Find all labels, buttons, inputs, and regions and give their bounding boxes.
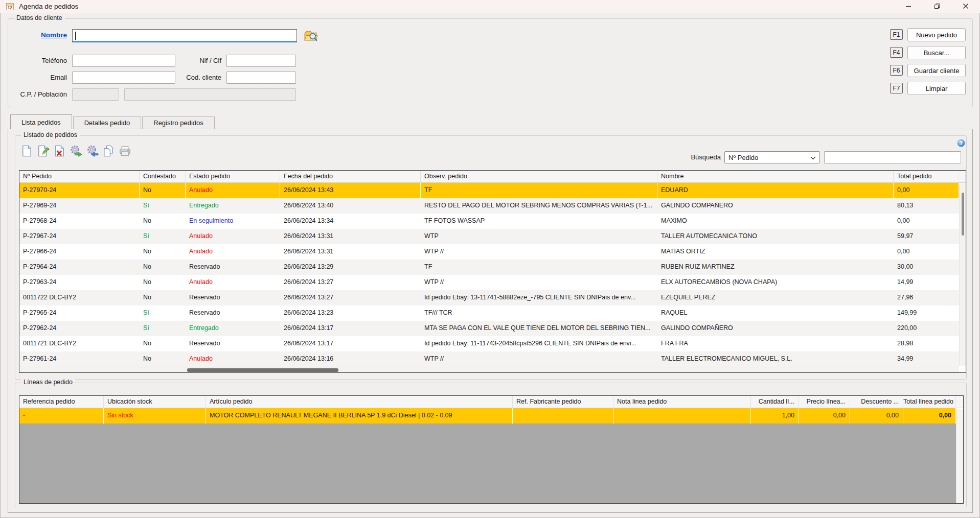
vertical-scroll-thumb[interactable] [962,193,964,236]
print-icon[interactable] [118,144,132,158]
lines-vertical-scrollbar[interactable] [956,409,963,503]
lines-column-total-línea-pedido[interactable]: Total línea pedido [903,396,956,408]
order-row[interactable]: 0011722 DLC-BY2NoReservado26/06/2024 13:… [19,290,959,305]
orders-column-nº-pedido[interactable]: Nº Pedido [19,171,140,182]
order-cell-estado: Anulado [186,351,280,367]
client-data-group: Datos de cliente Nombre Teléfono Nif / C… [8,18,973,107]
order-cell-pedido: P-27966-24 [19,244,140,260]
lines-column-ref-fabricante-pedido[interactable]: Ref. Fabricante pedido [513,396,613,408]
order-cell-estado: Reservado [186,336,280,351]
orders-group-title: Listado de pedidos [21,131,80,138]
window-title: Agenda de pedidos [19,3,78,10]
svg-text:12: 12 [8,5,13,10]
help-icon[interactable]: ? [957,139,965,147]
order-cell-nombre: TALLER ELECTROMECANICO MIGUEL, S.L. [657,351,894,367]
guardar-cliente-button[interactable]: Guardar cliente [907,64,966,77]
tab-detalles-pedido[interactable]: Detalles pedido [73,116,142,129]
orders-column-total-pedido[interactable]: Total pedido [894,171,959,182]
process-forward-icon[interactable] [69,144,83,158]
order-cell-contestado: No [140,351,186,367]
delete-document-icon[interactable] [52,144,66,158]
order-row[interactable]: P-27968-24NoEn seguimiento26/06/2024 13:… [19,214,959,229]
order-cell-total: 59,97 [894,229,959,244]
email-input[interactable] [72,72,175,84]
nuevo-pedido-button[interactable]: Nuevo pedido [907,28,966,41]
lines-column-ubicación-stock[interactable]: Ubicación stock [104,396,206,408]
line-cell-ubicacion: Sin stock [104,408,206,423]
line-cell-ref_fabricante [513,408,613,423]
order-cell-pedido: 0011722 DLC-BY2 [19,290,140,305]
lines-column-descuento[interactable]: Descuento ... [850,396,903,408]
search-field-select[interactable]: Nº Pedido [724,151,820,163]
folder-search-icon[interactable] [303,29,317,43]
buscar-button[interactable]: Buscar... [907,46,966,59]
order-row[interactable]: 0011721 DLC-BY2NoReservado26/06/2024 13:… [19,336,959,351]
lines-column-referencia-pedido[interactable]: Referencia pedido [19,396,104,408]
orders-group: Listado de pedidos ? Búsqueda Nº Pedido … [15,135,967,380]
limpiar-button[interactable]: Limpiar [907,82,966,95]
order-cell-pedido: P-27969-24 [19,198,140,214]
text-caret [75,32,76,40]
order-cell-nombre: TALLER AUTOMECANICA TONO [657,229,894,244]
order-cell-pedido: P-27964-24 [19,260,140,275]
order-cell-pedido: P-27967-24 [19,229,140,244]
line-cell-total: 0,00 [903,408,956,423]
order-cell-total: 28,98 [894,336,959,351]
order-cell-contestado: No [140,275,186,290]
orders-table: Nº PedidoContestadoEstado pedidoFecha de… [19,170,966,373]
orders-toolbar [19,144,132,158]
order-row[interactable]: P-27969-24SíEntregado26/06/2024 13:40RES… [19,198,959,214]
order-cell-estado: Anulado [186,244,280,260]
tabstrip: Lista pedidosDetalles pedidoRegistro ped… [10,114,216,129]
restore-button[interactable] [923,0,951,13]
nombre-label[interactable]: Nombre [8,29,67,41]
action-row: F7Limpiar [890,82,966,96]
order-cell-pedido: P-27965-24 [19,305,140,321]
line-cell-cantidad: 1,00 [751,408,799,423]
order-cell-fecha: 26/06/2024 13:16 [280,351,421,367]
process-back-icon[interactable] [85,144,99,158]
orders-vertical-scrollbar[interactable] [959,183,966,366]
tab-registro-pedidos[interactable]: Registro pedidos [142,116,215,129]
order-cell-observ: TF FOTOS WASSAP [421,214,657,229]
orders-horizontal-scrollbar[interactable] [19,367,959,372]
cod-cliente-input[interactable] [226,72,296,84]
telefono-input[interactable] [72,55,175,67]
order-cell-total: 149,99 [894,305,959,321]
order-row[interactable]: P-27967-24SíAnulado26/06/2024 13:31WTPTA… [19,229,959,244]
orders-column-fecha-del-pedido[interactable]: Fecha del pedido [280,171,421,182]
orders-column-contestado[interactable]: Contestado [140,171,186,182]
order-row[interactable]: P-27963-24NoAnulado26/06/2024 13:27WTP /… [19,275,959,290]
order-row[interactable]: P-27962-24SíEntregado26/06/2024 13:17MTA… [19,321,959,336]
copy-document-icon[interactable] [101,144,116,158]
order-row[interactable]: P-27961-24NoAnulado26/06/2024 13:16WTP /… [19,351,959,367]
order-cell-fecha: 26/06/2024 13:27 [280,290,421,305]
tab-lista-pedidos[interactable]: Lista pedidos [10,114,72,129]
new-document-icon[interactable] [19,144,34,158]
order-cell-observ: TF [421,260,657,275]
close-button[interactable] [951,0,980,13]
orders-column-estado-pedido[interactable]: Estado pedido [186,171,280,182]
lines-body: -Sin stockMOTOR COMPLETO RENAULT MEGANE … [19,408,956,423]
lines-column-precio-línea[interactable]: Precio línea... [799,396,850,408]
nif-input[interactable] [226,55,296,67]
fkey-badge-f4: F4 [890,47,903,58]
lines-column-artículo-pedido[interactable]: Artículo pedido [206,396,513,408]
horizontal-scroll-thumb[interactable] [187,368,338,372]
nombre-input[interactable] [72,29,297,42]
order-cell-observ: Id pedido Ebay: 11-11743-20458cpst5296 C… [421,336,657,351]
orders-column-nombre[interactable]: Nombre [657,171,894,182]
edit-document-icon[interactable] [36,144,50,158]
search-input[interactable] [824,151,961,163]
order-row[interactable]: P-27970-24NoAnulado26/06/2024 13:43TFEDU… [19,183,959,198]
lines-column-nota-linea-pedido[interactable]: Nota linea pedido [613,396,751,408]
order-cell-estado: Reservado [186,260,280,275]
lines-column-cantidad-lí[interactable]: Cantidad lí... [751,396,799,408]
order-row[interactable]: P-27964-24NoReservado26/06/2024 13:29TFR… [19,260,959,275]
minimize-button[interactable] [894,0,923,13]
line-row[interactable]: -Sin stockMOTOR COMPLETO RENAULT MEGANE … [19,408,956,423]
order-row[interactable]: P-27965-24SíReservado26/06/2024 13:23TF/… [19,305,959,321]
telefono-label: Teléfono [8,55,67,67]
orders-column-observ-pedido[interactable]: Observ. pedido [421,171,657,182]
order-row[interactable]: P-27966-24NoAnulado26/06/2024 13:31WTP /… [19,244,959,260]
